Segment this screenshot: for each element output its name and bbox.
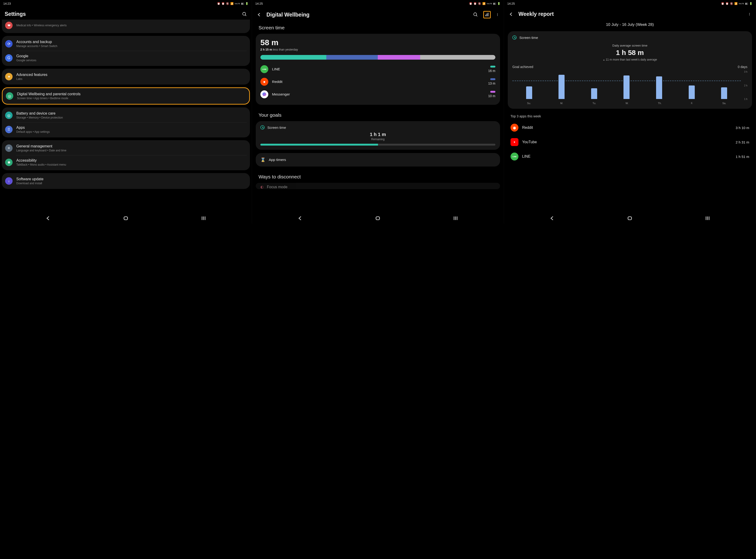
settings-row[interactable]: ⠿ Apps Default apps • App settings [2,122,250,136]
usage-segment [326,55,378,60]
chart-report-icon[interactable] [483,11,491,18]
row-title: Apps [16,126,247,130]
svg-point-21 [513,127,516,130]
avg-delta: 11 m more than last week's daily average [512,58,748,61]
nav-back-icon[interactable] [549,215,555,221]
settings-list[interactable]: ❤ Medical info • Wireless emergency aler… [0,20,252,212]
top-app-row[interactable]: Reddit 3 h 10 m [506,120,754,135]
settings-row[interactable]: ⟳ Accounts and backup Manage accounts • … [2,37,250,51]
chart-bar [591,88,597,99]
row-icon: ⟳ [5,40,13,47]
goal-achieved-value: 0 days [738,65,748,69]
back-icon[interactable] [509,12,514,17]
settings-row[interactable]: ◎ Digital Wellbeing and parental control… [3,89,249,103]
focus-mode-label: Focus mode [267,185,288,189]
row-subtitle: TalkBack • Mono audio • Assistant menu [16,163,247,166]
page-title: Settings [5,11,237,17]
focus-icon: ◐ [260,185,264,189]
svg-point-13 [497,15,498,16]
chart-bar [656,76,662,99]
app-time: 16 m [488,69,496,73]
app-timers-card[interactable]: ⌛ App timers [256,153,500,166]
svg-line-7 [476,15,478,17]
phone-digital-wellbeing: 14:25 ⏰⏰🔇📶VoLTE▮▯🔋 Digital Wellbeing Scr… [252,0,504,224]
nav-back-icon[interactable] [297,215,303,221]
settings-row[interactable]: ≡ General management Language and keyboa… [2,141,250,155]
app-icon [260,90,268,98]
app-time: 13 m [488,82,496,85]
status-time: 14:23 [3,2,11,5]
app-name: Reddit [272,80,484,84]
card-head: Screen time [512,36,748,40]
settings-row[interactable]: ❤ Medical info • Wireless emergency aler… [2,20,250,32]
row-icon: ⠿ [5,126,13,133]
settings-group: ✦ Advanced features Labs [2,69,250,85]
row-icon: ↓ [5,177,13,185]
svg-rect-8 [485,15,486,16]
more-icon[interactable] [748,12,751,17]
goal-screen-time-card[interactable]: Screen time 1 h 1 m Remaining [256,121,500,150]
nav-home-icon[interactable] [375,215,381,221]
app-icon: ● [260,78,268,86]
nav-recents-icon[interactable] [201,215,207,221]
settings-row[interactable]: ✱ Accessibility TalkBack • Mono audio • … [2,155,250,169]
app-timers-label: App timers [269,158,286,162]
avg-label: Daily average screen time [512,44,748,47]
more-icon[interactable] [496,12,499,17]
app-usage-row[interactable]: ● Reddit 13 m [260,75,496,88]
nav-home-icon[interactable] [627,215,633,221]
search-icon[interactable] [473,12,478,17]
row-title: Digital Wellbeing and parental controls [17,92,246,96]
status-icons: ⏰⏰🔇📶VoLTE▮▯🔋 [217,2,249,5]
app-time: 10 m [488,94,496,98]
settings-row[interactable]: ◎ Battery and device care Storage • Memo… [2,108,250,122]
app-usage-row[interactable]: Messenger 10 m [260,88,496,100]
wellbeing-header: Digital Wellbeing [252,7,504,21]
chart-bar [721,87,727,99]
nav-recents-icon[interactable] [453,215,459,221]
search-icon[interactable] [242,12,247,17]
settings-group: ↓ Software update Download and install [2,173,250,189]
nav-recents-icon[interactable] [705,215,711,221]
row-icon: ✱ [5,159,13,166]
nav-home-icon[interactable] [123,215,129,221]
settings-group: ◎ Digital Wellbeing and parental control… [2,87,250,105]
nav-back-icon[interactable] [45,215,51,221]
app-duration: 2 h 31 m [736,140,749,144]
usage-segment [260,55,326,60]
back-icon[interactable] [257,12,262,17]
settings-group: ≡ General management Language and keyboa… [2,140,250,170]
app-name: Messenger [272,92,484,96]
top-app-row[interactable]: LINE LINE 1 h 51 m [506,149,754,164]
goal-progress [260,144,496,146]
weekly-screen-time-card[interactable]: Screen time Daily average screen time 1 … [508,31,752,109]
status-bar: 14:25 ⏰⏰🔇📶VoLTE▮▯🔋 [504,0,756,7]
wellbeing-content[interactable]: Screen time 58 m 2 h 15 m less than yest… [252,21,504,212]
svg-marker-24 [514,141,516,143]
status-icons: ⏰⏰🔇📶VoLTE▮▯🔋 [721,2,753,5]
chart-bar [526,86,532,99]
page-title: Weekly report [519,11,743,17]
app-color-pill [490,78,496,80]
phone-settings: 14:23 ⏰⏰🔇📶VoLTE▮▯🔋 Settings ❤ Medical in… [0,0,252,224]
section-goals: Your goals [254,108,502,121]
settings-row[interactable]: G Google Google services [2,51,250,65]
svg-point-18 [749,13,750,13]
app-name: LINE [272,67,484,71]
hourglass-icon: ⌛ [260,157,266,162]
clock-icon [260,125,265,130]
chart-x-label: Th. [658,102,662,105]
svg-rect-2 [124,217,128,220]
top-app-row[interactable]: YouTube 2 h 31 m [506,135,754,149]
app-color-pill [490,66,496,68]
weekly-content[interactable]: 10 July - 16 July (Week 28) Screen time … [504,20,756,212]
settings-row[interactable]: ↓ Software update Download and install [2,174,250,188]
screen-time-card[interactable]: 58 m 2 h 15 m less than yesterday LINE L… [256,34,500,105]
row-subtitle: Language and keyboard • Date and time [16,149,247,152]
settings-row[interactable]: ✦ Advanced features Labs [2,70,250,84]
app-icon [510,124,519,132]
chart-y-label: 1 h [742,98,748,100]
focus-mode-card[interactable]: ◐ Focus mode [256,183,500,189]
app-usage-row[interactable]: LINE LINE 16 m [260,63,496,75]
row-title: Advanced features [16,73,247,77]
